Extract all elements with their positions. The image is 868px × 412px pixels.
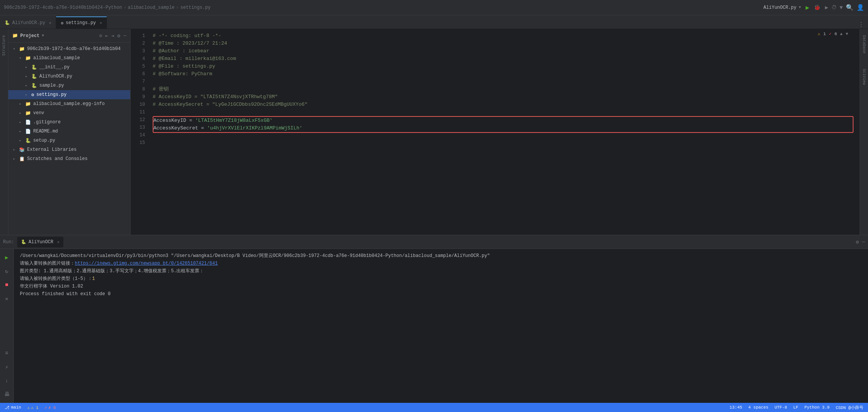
bottom-tabs: Run: 🐍 AliYunOCR ✕ ⚙ — (0, 235, 868, 249)
tab-alyunocr-close[interactable]: ✕ (49, 21, 51, 25)
code-line-12[interactable]: AccessKeyID = 'LTAI5tHmY7Z18jW8aLxF5xGB' (153, 117, 853, 124)
run-tab-close[interactable]: ✕ (57, 240, 60, 244)
run-rerun-btn[interactable]: ↻ (2, 266, 12, 276)
sidebar-item-venv[interactable]: ▸📁venv (8, 108, 130, 118)
run-close-btn[interactable]: ✕ (2, 293, 12, 304)
status-bar: ⎇ main ⚠ ⚠ 1 ✓ ✗ 6 13:45 4 spaces UTF-8 … (0, 403, 868, 412)
status-python[interactable]: Python 3.9 (804, 405, 829, 410)
more-tabs-icon[interactable]: ⋮ (854, 21, 868, 29)
code-line-7[interactable] (153, 78, 853, 86)
tree-arrow-gitignore[interactable]: ▸ (19, 120, 24, 124)
run-output[interactable]: /Users/wangkai/Documents/virtualenvDir/p… (14, 249, 868, 403)
coverage-icon[interactable]: ▶ (825, 4, 828, 11)
vtab-database[interactable]: Database (861, 32, 867, 57)
run-stop-btn[interactable]: ■ (2, 280, 12, 290)
profile-icon[interactable]: ⏱ (831, 5, 837, 11)
code-line-10[interactable]: # AccessKeySecret = "LyGeJ1GCDbbs92Onc2S… (153, 101, 853, 108)
tree-arrow-alyunocr[interactable]: ▸ (25, 74, 30, 79)
code-line-3[interactable]: # @Author : icebear (153, 47, 853, 55)
vtab-sciview[interactable]: SciView (861, 66, 867, 88)
scroll-to-end-icon[interactable]: ↓ (2, 375, 12, 386)
run-link[interactable]: https://inews.gtimg.com/newsapp_bt/0/142… (75, 261, 218, 266)
sidebar-item-root[interactable]: ▾📁906c2b39-1972-4cdb-a76e-91d40b1b04 (8, 44, 130, 53)
run-button[interactable]: ▶ (806, 4, 810, 11)
run-config-name[interactable]: AliYunOCR.py (763, 5, 796, 10)
code-line-4[interactable]: # @Email : millerkai@163.com (153, 55, 853, 63)
breadcrumb-file[interactable]: settings.py (180, 5, 210, 10)
breadcrumb-folder[interactable]: alibacloud_sample (128, 5, 174, 10)
sidebar-item-gitignore[interactable]: ▸📄.gitignore (8, 118, 130, 127)
tab-settings-close[interactable]: ✕ (100, 21, 102, 25)
sidebar-item-scratches[interactable]: ▸📋Scratches and Consoles (8, 154, 130, 163)
code-line-15[interactable] (153, 141, 853, 148)
warnings-nav-down[interactable]: ▼ (845, 32, 848, 36)
tree-arrow-root[interactable]: ▾ (13, 47, 18, 51)
sidebar-item-settings[interactable]: ▸⚙settings.py (8, 90, 130, 99)
run-play-btn[interactable]: ▶ (2, 252, 12, 263)
status-warnings[interactable]: ⚠ ⚠ 1 (27, 405, 38, 410)
sidebar-header: 📁 Project ▼ ⊙ ⇤ ⇥ ⚙ — (8, 29, 130, 43)
sidebar-item-init[interactable]: ▸🐍__init__.py (8, 63, 130, 72)
status-encoding[interactable]: UTF-8 (774, 405, 787, 410)
debug-button[interactable]: 🐞 (814, 4, 820, 11)
code-line-1[interactable]: # -*- coding: utf-8 -*- (153, 32, 853, 40)
tree-arrow-init[interactable]: ▸ (25, 65, 30, 69)
sidebar-item-alibacloud_sample[interactable]: ▾📁alibacloud_sample (8, 53, 130, 63)
tree-arrow-setup[interactable]: ▸ (19, 138, 24, 143)
filter-icon[interactable]: ⚡ (2, 362, 12, 372)
search-icon[interactable]: 🔍 (846, 4, 853, 11)
code-line-13[interactable]: AccessKeySecret = 'u4hjVrXVlElrXIKPzl9AM… (153, 124, 853, 132)
run-dropdown-icon[interactable]: ▼ (799, 5, 801, 10)
settings-icon[interactable]: ⚙ (117, 33, 120, 39)
vtab-structure[interactable]: Structure (1, 32, 7, 59)
code-line-8[interactable]: # 密钥 (153, 86, 853, 93)
tree-arrow-egg-info[interactable]: ▸ (19, 102, 24, 106)
locate-icon[interactable]: ⊙ (99, 33, 102, 39)
code-line-5[interactable]: # @File : settings.py (153, 63, 853, 70)
settings-btn[interactable]: ⚙ (856, 239, 859, 245)
bottom-tab-alyunocr[interactable]: 🐍 AliYunOCR ✕ (17, 237, 63, 247)
code-line-2[interactable]: # @Time : 2023/12/7 21:24 (153, 40, 853, 47)
tree-arrow-scratches[interactable]: ▸ (13, 157, 18, 161)
more-run-icon[interactable]: ▼ (840, 5, 843, 11)
collapse-icon[interactable]: ⇤ (105, 33, 108, 39)
sort-icon[interactable]: ≡ (2, 348, 12, 359)
code-line-9[interactable]: # AccessKeyID = "LTAI5tN7Z4NsvjXTRhwtg78… (153, 93, 853, 101)
tree-arrow-settings[interactable]: ▸ (25, 92, 30, 97)
minimize-btn[interactable]: — (862, 239, 865, 245)
tree-icon-root: 📁 (19, 46, 25, 52)
breadcrumb-project[interactable]: 906c2b39-1972-4cdb-a76e-91d40b1b0424-Pyt… (4, 5, 122, 10)
hide-icon[interactable]: — (123, 33, 126, 39)
tree-arrow-readme[interactable]: ▸ (19, 129, 24, 134)
warnings-nav-up[interactable]: ▲ (840, 32, 843, 36)
sidebar-item-sample[interactable]: ▸🐍sample.py (8, 81, 130, 90)
tree-icon-alibacloud_sample: 📁 (25, 55, 31, 61)
sidebar-item-setup[interactable]: ▸🐍setup.py (8, 136, 130, 145)
user-avatar[interactable]: 👤 (857, 4, 864, 11)
code-line-11[interactable] (153, 108, 853, 116)
code-area[interactable]: # -*- coding: utf-8 -*-# @Time : 2023/12… (150, 29, 860, 235)
print-icon[interactable]: 🖶 (2, 389, 12, 400)
tree-arrow-ext-libs[interactable]: ▸ (13, 147, 18, 152)
status-linesep[interactable]: LF (793, 405, 798, 410)
tree-arrow-sample[interactable]: ▸ (25, 83, 30, 88)
status-errors[interactable]: ✓ ✗ 6 (45, 405, 56, 410)
tab-settings[interactable]: ⚙ settings.py ✕ (56, 16, 107, 29)
sidebar-item-ext-libs[interactable]: ▸📚External Libraries (8, 145, 130, 154)
code-line-14[interactable] (153, 133, 853, 141)
sidebar-item-readme[interactable]: ▸📄README.md (8, 127, 130, 136)
status-indent[interactable]: 4 spaces (748, 405, 768, 410)
breadcrumb: 906c2b39-1972-4cdb-a76e-91d40b1b0424-Pyt… (4, 5, 211, 10)
sidebar-dropdown-icon[interactable]: ▼ (42, 34, 44, 38)
editor-content[interactable]: 123456789101112131415 # -*- coding: utf-… (131, 29, 860, 235)
tree-arrow-venv[interactable]: ▸ (19, 111, 24, 115)
tree-arrow-alibacloud_sample[interactable]: ▾ (19, 56, 24, 60)
tree-label-alibacloud_sample: alibacloud_sample (33, 55, 80, 61)
tab-alyunocr[interactable]: 🐍 AliYunOCR.py ✕ (0, 16, 56, 29)
tree-icon-sample: 🐍 (31, 83, 37, 89)
code-line-6[interactable]: # @Software: PyCharm (153, 70, 853, 78)
git-branch[interactable]: ⎇ main (5, 405, 21, 410)
expand-icon[interactable]: ⇥ (111, 33, 115, 39)
sidebar-item-alyunocr[interactable]: ▸🐍AliYunOCR.py (8, 72, 130, 81)
sidebar-item-egg-info[interactable]: ▸📁alibacloud_sample.egg-info (8, 99, 130, 108)
